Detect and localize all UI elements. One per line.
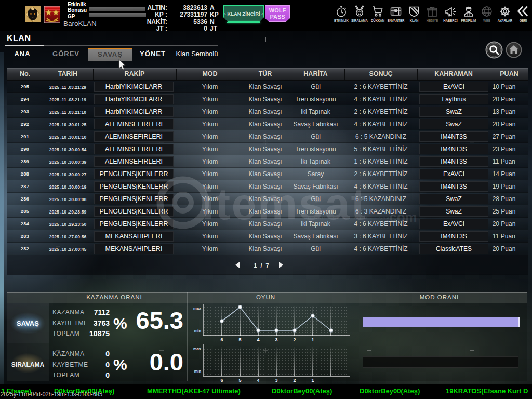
svg-text:4: 4 <box>257 378 259 383</box>
svg-text:max: max <box>193 347 202 351</box>
svg-text:2: 2 <box>293 337 296 342</box>
svg-text:2: 2 <box>293 378 296 383</box>
svg-text:6: 6 <box>220 378 223 383</box>
svg-text:HESAP / SKIN / ITEM / EŞYA: HESAP / SKIN / ITEM / EŞYA <box>306 216 391 220</box>
svg-text:min: min <box>194 328 202 333</box>
svg-text:5: 5 <box>238 337 241 342</box>
svg-text:1: 1 <box>311 337 314 342</box>
svg-text:3: 3 <box>275 378 277 383</box>
svg-text:4: 4 <box>257 337 259 342</box>
svg-text:3: 3 <box>275 337 277 342</box>
svg-text:min: min <box>194 369 202 374</box>
svg-text:itemsat: itemsat <box>202 179 367 229</box>
svg-text:5: 5 <box>238 378 241 383</box>
svg-text:max: max <box>193 306 202 311</box>
svg-text:6: 6 <box>220 337 223 342</box>
svg-text:1: 1 <box>311 378 314 383</box>
